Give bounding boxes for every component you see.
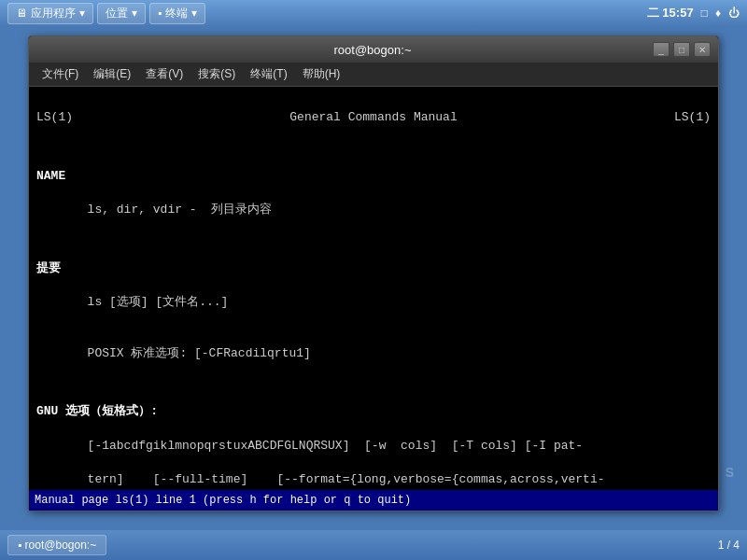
- terminal-bottom-icon: ▪: [18, 539, 25, 552]
- menu-help[interactable]: 帮助(H): [295, 63, 348, 85]
- taskbar-top: 🖥 应用程序 ▾ 位置 ▾ ▪ 终端 ▾ 二 15:57 □ ♦ ⏻: [0, 0, 747, 26]
- menu-search[interactable]: 搜索(S): [190, 63, 243, 85]
- window-title: root@bogon:~: [92, 43, 653, 57]
- gnu-line1: [-1abcdfgiklmnopqrstuxABCDFGLNQRSUX] [-w…: [36, 438, 711, 455]
- header-left: LS(1): [36, 109, 73, 126]
- apps-label: 应用程序: [31, 6, 76, 21]
- terminal-menu-button[interactable]: ▪ 终端 ▾: [149, 3, 205, 24]
- terminal-icon: ▪: [158, 7, 162, 20]
- apps-menu-button[interactable]: 🖥 应用程序 ▾: [7, 3, 93, 24]
- window-controls: _ □ ✕: [653, 42, 711, 57]
- menu-bar: 文件(F) 编辑(E) 查看(V) 搜索(S) 终端(T) 帮助(H): [29, 63, 718, 87]
- close-button[interactable]: ✕: [694, 42, 711, 57]
- terminal-window: root@bogon:~ _ □ ✕ 文件(F) 编辑(E) 查看(V) 搜索(…: [28, 35, 719, 511]
- terminal-chevron: ▾: [191, 7, 197, 20]
- maximize-button[interactable]: □: [673, 42, 690, 57]
- minimize-button[interactable]: _: [653, 42, 669, 57]
- taskbar-bottom-terminal[interactable]: ▪ root@bogon:~: [7, 535, 106, 555]
- page-info: 1 / 4: [718, 539, 740, 552]
- taskbar-time: 二 15:57: [647, 5, 694, 21]
- location-chevron: ▾: [132, 7, 137, 20]
- location-label: 位置: [106, 6, 128, 21]
- name-label: NAME: [36, 168, 711, 185]
- header-right: LS(1): [674, 109, 711, 126]
- gnu-line2: tern] [--full-time] [--format={long,verb…: [36, 471, 711, 488]
- menu-file[interactable]: 文件(F): [35, 63, 86, 85]
- apps-icon: 🖥: [16, 7, 27, 20]
- status-text: Manual page ls(1) line 1 (press h for he…: [35, 494, 411, 507]
- taskbar-top-right: 二 15:57 □ ♦ ⏻: [647, 5, 740, 21]
- synopsis-line2: POSIX 标准选项: [-CFRacdilqrtu1]: [36, 345, 711, 362]
- gnu-label: GNU 选项（短格式）:: [36, 403, 711, 420]
- screen-icon: □: [701, 7, 708, 20]
- apps-chevron: ▾: [79, 7, 85, 20]
- terminal-bottom-label: root@bogon:~: [25, 539, 97, 552]
- synopsis-label: 提要: [36, 260, 711, 277]
- taskbar-bottom: ▪ root@bogon:~ 1 / 4: [0, 530, 747, 560]
- name-content: ls, dir, vdir - 列目录内容: [36, 202, 711, 218]
- menu-edit[interactable]: 编辑(E): [86, 63, 138, 85]
- manual-content: LS(1)General Commands ManualLS(1) NAME l…: [29, 87, 718, 490]
- terminal-label: 终端: [165, 6, 188, 21]
- manual-header: LS(1)General Commands ManualLS(1): [36, 109, 711, 126]
- status-bar: Manual page ls(1) line 1 (press h for he…: [29, 490, 718, 511]
- menu-view[interactable]: 查看(V): [138, 63, 190, 85]
- location-menu-button[interactable]: 位置 ▾: [97, 3, 146, 24]
- power-icon[interactable]: ⏻: [728, 7, 740, 20]
- taskbar-top-left: 🖥 应用程序 ▾ 位置 ▾ ▪ 终端 ▾: [7, 3, 205, 24]
- content-area[interactable]: LS(1)General Commands ManualLS(1) NAME l…: [29, 87, 718, 511]
- menu-terminal[interactable]: 终端(T): [243, 63, 294, 85]
- volume-icon: ♦: [715, 7, 721, 20]
- title-bar: root@bogon:~ _ □ ✕: [29, 36, 718, 63]
- header-center: General Commands Manual: [289, 109, 457, 126]
- synopsis-line1: ls [选项] [文件名...]: [36, 294, 711, 311]
